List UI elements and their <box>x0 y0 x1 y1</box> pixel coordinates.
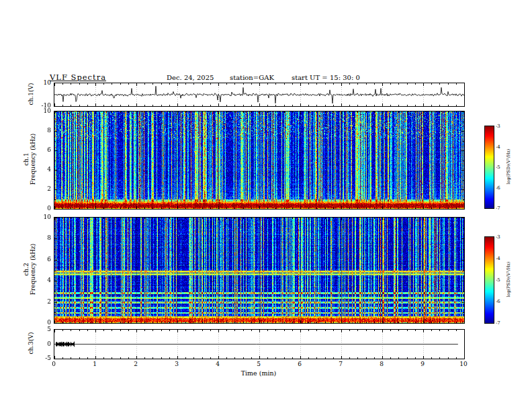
ch3-wave-ytick-label: 5 <box>36 326 51 332</box>
ch1-frequency-axis-label: ch.1 Frequency (kHz) <box>23 134 36 185</box>
x-tick-label: 8 <box>375 361 388 367</box>
ch1-colorbar-tick-label: -3 <box>496 123 506 130</box>
ch1-colorbar <box>484 126 494 209</box>
ch2-frequency-axis-label: ch.2 Frequency (kHz) <box>23 244 36 295</box>
ch2-spec-ytick-label: 2 <box>36 298 51 305</box>
ch1-frequency-axis-label-line2: Frequency (kHz) <box>30 134 36 185</box>
x-tick-label: 4 <box>211 361 224 367</box>
ch2-colorbar-tick-label: -6 <box>496 298 506 305</box>
ch2-colorbar-tick-label: -5 <box>496 277 506 283</box>
ch2-spec-ytick-label: 8 <box>36 234 51 241</box>
ch2-spec-ytick-label: 10 <box>36 214 51 220</box>
ch3-wave-ytick-label: 0 <box>36 340 51 347</box>
x-tick-label: 2 <box>129 361 142 367</box>
ch2-colorbar-tick-label: -3 <box>496 234 506 240</box>
ch1-spec-ytick-label: 2 <box>36 185 51 192</box>
ch2-spec-ytick-label: 4 <box>36 277 51 283</box>
ch1-frequency-axis-label-line1: ch.1 <box>23 134 30 185</box>
x-tick-label: 0 <box>47 361 60 367</box>
ch2-colorbar <box>484 236 494 324</box>
ch1-voltage-axis-label: ch.1(V) <box>28 83 34 105</box>
ch1-colorbar-axis-label: log(PSD)(V²/Hz) <box>506 149 511 185</box>
ch2-spec-ytick-label: 6 <box>36 256 51 263</box>
vlf-spectra-figure: VLF Spectra Dec. 24, 2025 station=GAK st… <box>0 0 532 411</box>
ch1-spec-ytick-label: 10 <box>36 107 51 114</box>
ch2-colorbar-tick-label: -7 <box>496 320 506 326</box>
ch2-colorbar-tick-label: -4 <box>496 255 506 262</box>
ch1-spec-ytick-label: 0 <box>36 205 51 212</box>
ch3-waveform-plot <box>54 329 465 359</box>
ch1-waveform-plot <box>54 83 465 107</box>
ch1-spectrogram-heatmap <box>54 111 465 210</box>
x-tick-label: 1 <box>88 361 101 367</box>
ch1-colorbar-tick-label: -4 <box>496 144 506 150</box>
figure-start-ut: start UT = 15: 30: 0 <box>292 74 360 81</box>
ch1-spec-ytick-label: 4 <box>36 166 51 173</box>
x-tick-label: 3 <box>170 361 183 367</box>
figure-date: Dec. 24, 2025 <box>167 74 214 81</box>
ch1-colorbar-tick-label: -5 <box>496 164 506 171</box>
ch2-spectrogram-heatmap <box>54 217 465 324</box>
figure-station: station=GAK <box>230 74 274 81</box>
x-tick-label: 5 <box>252 361 265 367</box>
ch3-voltage-axis-label: ch.3(V) <box>28 332 34 355</box>
ch2-frequency-axis-label-line1: ch.2 <box>23 244 30 295</box>
x-tick-label: 10 <box>457 361 470 367</box>
ch2-colorbar-axis-label: log(PSD)(V²/Hz) <box>506 262 511 298</box>
ch1-wave-ytick-label: 10 <box>36 79 51 86</box>
figure-title: VLF Spectra <box>50 73 106 82</box>
x-tick-label: 6 <box>293 361 306 367</box>
ch1-spec-ytick-label: 6 <box>36 146 51 153</box>
ch1-colorbar-tick-label: -6 <box>496 185 506 191</box>
ch1-colorbar-tick-label: -7 <box>496 205 506 212</box>
x-tick-label: 7 <box>334 361 347 367</box>
ch2-frequency-axis-label-line2: Frequency (kHz) <box>30 244 36 295</box>
time-axis-label: Time (min) <box>225 369 292 377</box>
ch2-spec-ytick-label: 0 <box>36 319 51 326</box>
x-tick-label: 9 <box>416 361 429 367</box>
ch1-spec-ytick-label: 8 <box>36 127 51 134</box>
